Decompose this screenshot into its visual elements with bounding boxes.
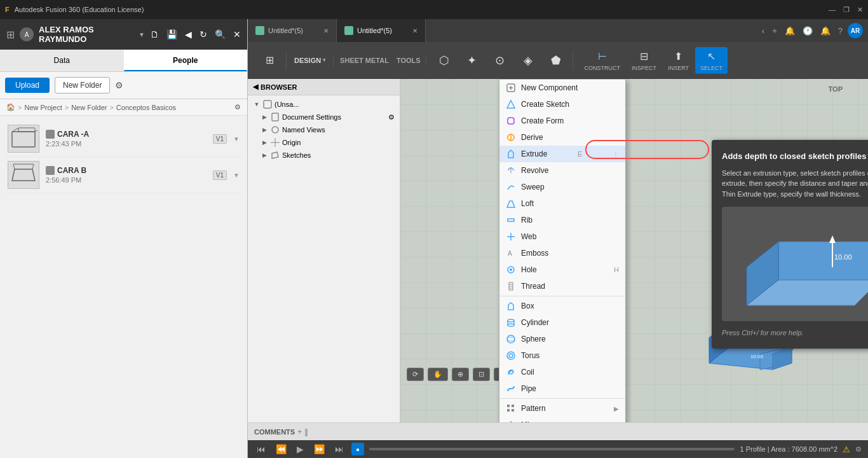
pan-button[interactable]: ✋ bbox=[428, 368, 448, 381]
back-icon[interactable]: ◀ bbox=[185, 29, 192, 39]
list-item[interactable]: CARA -A 2:23:43 PM V1 ▼ bbox=[5, 121, 242, 157]
emboss-icon: A bbox=[506, 248, 516, 258]
browser-item-named-views[interactable]: ▶ Named Views bbox=[248, 123, 400, 136]
tab-chevron-left-button[interactable]: ‹ bbox=[759, 25, 767, 37]
design-dropdown[interactable]: DESIGN ▼ bbox=[290, 54, 330, 67]
orbit-button[interactable]: ⟳ bbox=[407, 368, 424, 381]
toolbar-icon-3[interactable]: ⊙ bbox=[486, 51, 514, 70]
new-folder-button[interactable]: New Folder bbox=[55, 77, 110, 94]
browser-item-root[interactable]: ▼ (Unsa... bbox=[248, 98, 400, 111]
add-comment-button[interactable]: + bbox=[297, 427, 302, 436]
create-form-icon bbox=[506, 116, 516, 126]
file-expand-icon[interactable]: ▼ bbox=[233, 172, 240, 179]
tab-people[interactable]: People bbox=[124, 50, 248, 71]
construct-button[interactable]: ⊢ CONSTRUCT bbox=[580, 47, 626, 74]
minimize-button[interactable]: — bbox=[829, 6, 836, 14]
fit-button[interactable]: ⊡ bbox=[473, 368, 490, 381]
menu-item-box[interactable]: Box bbox=[499, 298, 625, 314]
timeline-marker[interactable]: ● bbox=[351, 443, 364, 455]
box-icon bbox=[506, 301, 516, 311]
more-options-icon[interactable]: ⋮ bbox=[613, 151, 619, 158]
menu-item-torus[interactable]: Torus bbox=[499, 347, 625, 364]
breadcrumb-folder[interactable]: New Folder bbox=[71, 104, 107, 111]
shortcut-h: H bbox=[614, 266, 619, 274]
menu-item-web[interactable]: Web bbox=[499, 228, 625, 245]
breadcrumb-project[interactable]: New Project bbox=[24, 104, 62, 111]
menu-item-mirror[interactable]: Mirror bbox=[499, 417, 625, 422]
menu-item-new-component[interactable]: New Component bbox=[499, 80, 625, 96]
menu-item-pipe[interactable]: Pipe bbox=[499, 380, 625, 397]
timeline-prev-button[interactable]: ⏪ bbox=[273, 443, 289, 455]
menu-item-extrude[interactable]: Extrude E ⋮ bbox=[499, 146, 625, 162]
panel-close-icon[interactable]: ✕ bbox=[233, 29, 241, 39]
browser-item-sketches[interactable]: ▶ Sketches bbox=[248, 149, 400, 162]
timeline-next-button[interactable]: ⏩ bbox=[311, 443, 327, 455]
menu-item-hole[interactable]: Hole H bbox=[499, 261, 625, 278]
menu-item-create-form[interactable]: Create Form bbox=[499, 113, 625, 129]
menu-item-sphere[interactable]: Sphere bbox=[499, 331, 625, 347]
avatar: A bbox=[20, 27, 34, 41]
tab-close-icon[interactable]: ✕ bbox=[323, 27, 329, 34]
browser-toggle-icon[interactable]: ◀ bbox=[253, 83, 258, 91]
menu-item-cylinder[interactable]: Cylinder bbox=[499, 314, 625, 331]
breadcrumb-current[interactable]: Conceptos Basicos bbox=[116, 104, 176, 111]
tab-untitled-2[interactable]: Untitled*(5) ✕ bbox=[337, 19, 426, 42]
toolbar-icon-4[interactable]: ◈ bbox=[514, 51, 542, 70]
tab-close-icon[interactable]: ✕ bbox=[412, 27, 417, 34]
file-date: 2:56:49 PM bbox=[46, 176, 207, 184]
menu-item-derive[interactable]: Derive bbox=[499, 129, 625, 146]
file-expand-icon[interactable]: ▼ bbox=[233, 135, 240, 142]
tab-clock-button[interactable]: 🕐 bbox=[800, 25, 815, 37]
chevron-down-icon[interactable]: ▼ bbox=[139, 31, 145, 38]
sheet-metal-label[interactable]: SHEET METAL bbox=[340, 57, 389, 64]
tab-data[interactable]: Data bbox=[0, 50, 124, 71]
tab-help-button[interactable]: ? bbox=[836, 25, 845, 37]
browser-item-origin[interactable]: ▶ Origin bbox=[248, 136, 400, 149]
menu-item-pattern[interactable]: Pattern ▶ bbox=[499, 400, 625, 417]
tools-label[interactable]: TOOLS bbox=[397, 57, 421, 64]
list-item[interactable]: CARA B 2:56:49 PM V1 ▼ bbox=[5, 157, 242, 193]
file-name-text: CARA -A bbox=[57, 130, 89, 139]
save-icon[interactable]: 💾 bbox=[166, 29, 177, 39]
file-icon[interactable]: 🗋 bbox=[150, 29, 159, 39]
select-button[interactable]: ↖ SELECT bbox=[695, 47, 728, 74]
settings-gear-bottom-icon[interactable]: ⚙ bbox=[855, 445, 862, 454]
timeline-start-button[interactable]: ⏮ bbox=[254, 443, 268, 455]
search-icon[interactable]: 🔍 bbox=[215, 29, 226, 39]
toolbar-icon-5[interactable]: ⬟ bbox=[542, 51, 570, 70]
tab-add-button[interactable]: + bbox=[770, 25, 780, 37]
menu-item-coil[interactable]: Coil bbox=[499, 364, 625, 380]
menu-item-thread[interactable]: Thread bbox=[499, 278, 625, 295]
menu-item-rib[interactable]: Rib bbox=[499, 212, 625, 228]
toolbar-icon-1[interactable]: ⬡ bbox=[430, 51, 458, 70]
tab-untitled-1[interactable]: Untitled*(5) ✕ bbox=[248, 19, 337, 42]
browser-item-doc[interactable]: ▶ Document Settings ⚙ bbox=[248, 111, 400, 123]
grid-icon[interactable]: ⊞ bbox=[6, 29, 15, 41]
menu-item-revolve[interactable]: Revolve bbox=[499, 162, 625, 179]
insert-button[interactable]: ⬆ INSERT bbox=[663, 47, 694, 74]
settings-gear-icon[interactable]: ⚙ bbox=[388, 113, 395, 121]
tab-bell-button[interactable]: 🔔 bbox=[818, 25, 833, 37]
tab-notifications-button[interactable]: 🔔 bbox=[782, 25, 797, 37]
user-avatar[interactable]: AR bbox=[848, 23, 863, 38]
menu-item-loft[interactable]: Loft bbox=[499, 195, 625, 212]
maximize-button[interactable]: ❐ bbox=[843, 6, 850, 14]
expand-icon[interactable]: ▼ bbox=[253, 101, 261, 108]
menu-item-sweep[interactable]: Sweep bbox=[499, 179, 625, 195]
inspect-button[interactable]: ⊟ INSPECT bbox=[627, 47, 661, 74]
toolbar-grid-button[interactable]: ⊞ bbox=[255, 51, 283, 70]
zoom-button[interactable]: ⊕ bbox=[452, 368, 469, 381]
timeline-play-button[interactable]: ▶ bbox=[294, 443, 306, 455]
settings-button[interactable]: ⚙ bbox=[115, 80, 123, 90]
collapse-comments-button[interactable]: ‖ bbox=[304, 427, 308, 436]
toolbar-icon-2[interactable]: ✦ bbox=[458, 51, 486, 70]
upload-button[interactable]: Upload bbox=[5, 78, 50, 93]
refresh-icon[interactable]: ↻ bbox=[200, 29, 207, 39]
svg-rect-26 bbox=[508, 118, 514, 124]
breadcrumb-settings-icon[interactable]: ⚙ bbox=[234, 103, 241, 111]
timeline-end-button[interactable]: ⏭ bbox=[332, 443, 346, 455]
menu-item-emboss[interactable]: A Emboss bbox=[499, 245, 625, 261]
close-button[interactable]: ✕ bbox=[857, 6, 863, 14]
menu-item-create-sketch[interactable]: Create Sketch bbox=[499, 96, 625, 113]
home-icon[interactable]: 🏠 bbox=[6, 103, 15, 111]
